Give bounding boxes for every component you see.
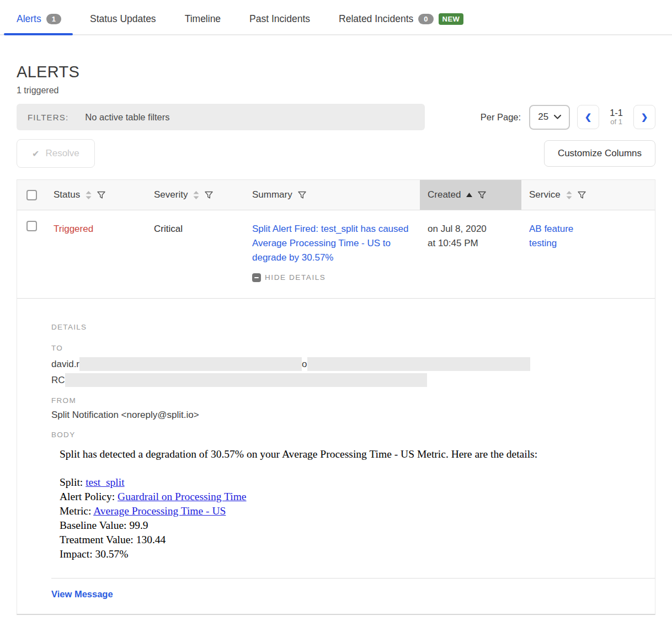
actions-row: ✔ Resolve Customize Columns bbox=[17, 139, 655, 168]
sort-ascending-icon[interactable] bbox=[466, 193, 472, 197]
severity-column-label: Severity bbox=[154, 189, 188, 200]
tab-related-incidents-label: Related Incidents bbox=[339, 13, 413, 25]
alerts-count-badge: 1 bbox=[46, 14, 61, 24]
triggered-count: 1 triggered bbox=[17, 86, 655, 96]
redaction-block bbox=[79, 357, 302, 371]
alert-policy-link[interactable]: Guardrail on Processing Time bbox=[118, 491, 246, 502]
summary-column-label: Summary bbox=[252, 189, 292, 200]
prev-page-button[interactable]: ❮ bbox=[577, 105, 599, 129]
sort-arrows-icon[interactable] bbox=[566, 191, 572, 199]
tab-status-updates-label: Status Updates bbox=[90, 13, 156, 25]
view-message-link[interactable]: View Message bbox=[51, 589, 113, 600]
service-cell: AB feature testing bbox=[521, 210, 655, 298]
baseline-value: 99.9 bbox=[129, 519, 148, 531]
filter-funnel-icon[interactable] bbox=[298, 191, 306, 199]
tab-past-incidents[interactable]: Past Incidents bbox=[249, 13, 310, 34]
to-recipients-line-2: RC bbox=[51, 373, 655, 387]
alert-details-panel: DETAILS TO david.ro RC FROM Split Notifi… bbox=[17, 299, 655, 614]
filters-status: No active table filters bbox=[85, 112, 169, 123]
email-intro-text: Split has detected a degradation of 30.5… bbox=[60, 448, 655, 460]
details-section-label: DETAILS bbox=[51, 323, 655, 331]
column-header-created[interactable]: Created bbox=[420, 180, 521, 210]
per-page-label: Per Page: bbox=[481, 112, 521, 123]
per-page-select[interactable]: 25 bbox=[529, 105, 570, 130]
pagination: Per Page: 25 ❮ 1-1 of 1 ❯ bbox=[481, 105, 655, 130]
severity-cell: Critical bbox=[146, 210, 244, 298]
customize-columns-label: Customize Columns bbox=[558, 148, 642, 159]
per-page-value: 25 bbox=[538, 112, 548, 123]
tab-related-incidents[interactable]: Related Incidents 0 NEW bbox=[339, 13, 463, 34]
alerts-table: Status Severity Summary Created Service bbox=[17, 179, 655, 615]
impact-value: 30.57% bbox=[95, 548, 128, 560]
tab-timeline[interactable]: Timeline bbox=[185, 13, 221, 34]
page-title: ALERTS bbox=[17, 63, 655, 81]
page-range-total: of 1 bbox=[610, 118, 623, 126]
details-divider bbox=[51, 578, 655, 579]
tab-alerts-label: Alerts bbox=[17, 13, 41, 25]
controls-row: FILTERS: No active table filters Per Pag… bbox=[17, 104, 655, 130]
filter-funnel-icon[interactable] bbox=[97, 191, 105, 199]
column-header-summary[interactable]: Summary bbox=[244, 180, 420, 210]
to-mid-text: o bbox=[302, 359, 307, 370]
summary-cell: Split Alert Fired: test_split has caused… bbox=[244, 210, 420, 298]
filters-label: FILTERS: bbox=[28, 113, 68, 122]
email-baseline-line: Baseline Value: 99.9 bbox=[60, 518, 655, 533]
email-treatment-line: Treatment Value: 130.44 bbox=[60, 533, 655, 547]
filter-funnel-icon[interactable] bbox=[205, 191, 213, 199]
sort-arrows-icon[interactable] bbox=[193, 191, 199, 199]
page-range-values: 1-1 bbox=[610, 108, 623, 118]
created-time: at 10:45 PM bbox=[428, 236, 514, 251]
metric-link[interactable]: Average Processing Time - US bbox=[93, 505, 226, 517]
policy-field-label: Alert Policy: bbox=[60, 491, 118, 502]
filter-funnel-icon[interactable] bbox=[478, 191, 486, 199]
select-all-checkbox[interactable] bbox=[26, 190, 37, 200]
created-date: on Jul 8, 2020 bbox=[428, 222, 514, 236]
hide-details-label: HIDE DETAILS bbox=[265, 270, 326, 285]
filter-funnel-icon[interactable] bbox=[578, 191, 586, 199]
impact-field-label: Impact: bbox=[60, 548, 95, 560]
page-header: ALERTS 1 triggered bbox=[17, 63, 655, 96]
alert-row: Triggered Critical Split Alert Fired: te… bbox=[17, 210, 655, 299]
tab-timeline-label: Timeline bbox=[185, 13, 221, 25]
column-header-severity[interactable]: Severity bbox=[146, 180, 244, 210]
email-split-line: Split: test_split bbox=[60, 475, 655, 490]
email-impact-line: Impact: 30.57% bbox=[60, 547, 655, 561]
email-metric-line: Metric: Average Processing Time - US bbox=[60, 504, 655, 518]
customize-columns-button[interactable]: Customize Columns bbox=[544, 140, 655, 167]
chevron-right-icon: ❯ bbox=[641, 112, 648, 122]
created-cell: on Jul 8, 2020 at 10:45 PM bbox=[420, 210, 521, 298]
from-value: Split Notification <noreply@split.io> bbox=[51, 410, 655, 421]
resolve-button[interactable]: ✔ Resolve bbox=[17, 139, 95, 168]
split-field-label: Split: bbox=[60, 476, 86, 488]
table-header-row: Status Severity Summary Created Service bbox=[17, 180, 655, 210]
incident-tabs: Alerts 1 Status Updates Timeline Past In… bbox=[0, 0, 672, 35]
row-checkbox[interactable] bbox=[26, 221, 37, 231]
email-policy-line: Alert Policy: Guardrail on Processing Ti… bbox=[60, 490, 655, 504]
column-header-service[interactable]: Service bbox=[521, 180, 655, 210]
sort-arrows-icon[interactable] bbox=[86, 191, 92, 199]
tab-alerts[interactable]: Alerts 1 bbox=[17, 13, 61, 34]
service-link[interactable]: AB feature testing bbox=[529, 222, 593, 251]
chevron-left-icon: ❮ bbox=[585, 112, 592, 122]
email-body: Split has detected a degradation of 30.5… bbox=[60, 448, 655, 561]
collapse-minus-icon bbox=[252, 273, 261, 282]
hide-details-toggle[interactable]: HIDE DETAILS bbox=[252, 270, 412, 285]
alert-summary-link[interactable]: Split Alert Fired: test_split has caused… bbox=[252, 222, 409, 265]
body-label: BODY bbox=[51, 431, 655, 439]
page-range: 1-1 of 1 bbox=[606, 108, 626, 126]
to-prefix-text-2: RC bbox=[51, 375, 65, 386]
to-prefix-text: david.r bbox=[51, 359, 79, 370]
filters-bar[interactable]: FILTERS: No active table filters bbox=[17, 104, 425, 130]
related-incidents-count-badge: 0 bbox=[418, 14, 433, 24]
next-page-button[interactable]: ❯ bbox=[633, 105, 655, 129]
status-column-label: Status bbox=[54, 189, 80, 200]
treatment-field-label: Treatment Value: bbox=[60, 534, 136, 545]
column-header-status[interactable]: Status bbox=[46, 180, 146, 210]
tab-status-updates[interactable]: Status Updates bbox=[90, 13, 156, 34]
split-link[interactable]: test_split bbox=[86, 476, 124, 488]
redaction-block bbox=[65, 373, 427, 387]
metric-field-label: Metric: bbox=[60, 505, 93, 517]
treatment-value: 130.44 bbox=[136, 534, 166, 545]
to-recipients-line-1: david.ro bbox=[51, 357, 655, 371]
tab-past-incidents-label: Past Incidents bbox=[249, 13, 310, 25]
